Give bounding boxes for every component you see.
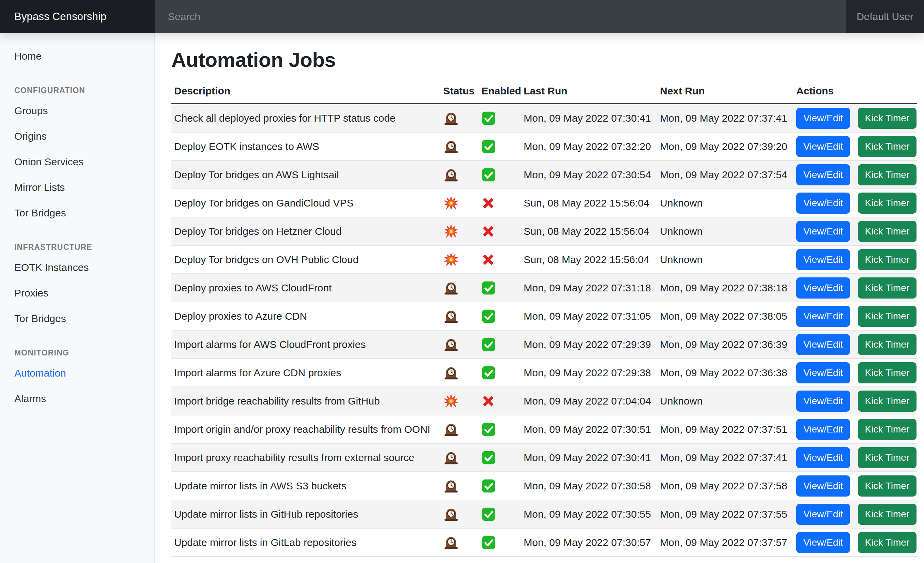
collision-icon xyxy=(443,224,459,239)
mantel-clock-icon xyxy=(443,308,459,324)
kick-timer-button[interactable]: Kick Timer xyxy=(858,164,917,185)
table-row: Deploy proxies to Azure CDN xyxy=(171,302,917,330)
job-description: Import alarms for Azure CDN proxies xyxy=(174,367,341,378)
job-last-run: Sun, 08 May 2022 15:56:04 xyxy=(521,189,657,217)
table-row: Deploy Tor bridges on Hetzner Cloud xyxy=(171,217,917,245)
view-edit-button[interactable]: View/Edit xyxy=(796,362,850,383)
job-description: Deploy Tor bridges on GandiCloud VPS xyxy=(174,197,353,209)
job-last-run: Mon, 09 May 2022 07:30:41 xyxy=(521,104,657,132)
check-mark-icon xyxy=(482,140,496,154)
view-edit-button[interactable]: View/Edit xyxy=(796,447,850,468)
sidebar-item-home[interactable]: Home xyxy=(0,43,154,69)
kick-timer-button[interactable]: Kick Timer xyxy=(858,136,917,157)
column-header-enabled: Enabled xyxy=(479,80,521,104)
kick-timer-button[interactable]: Kick Timer xyxy=(858,192,917,214)
table-row: Check all deployed proxies for HTTP stat… xyxy=(171,104,917,132)
kick-timer-button[interactable]: Kick Timer xyxy=(858,249,917,270)
check-mark-icon xyxy=(482,366,496,380)
mantel-clock-icon xyxy=(443,535,459,550)
job-next-run: Mon, 09 May 2022 07:37:41 xyxy=(657,443,794,471)
check-mark-icon xyxy=(482,507,496,521)
sidebar-item-groups[interactable]: Groups xyxy=(0,98,154,123)
jobs-table: Description Status Enabled Last Run Next… xyxy=(171,80,917,557)
view-edit-button[interactable]: View/Edit xyxy=(796,249,850,270)
kick-timer-button[interactable]: Kick Timer xyxy=(858,419,917,440)
sidebar-item-onion-services[interactable]: Onion Services xyxy=(0,149,154,174)
kick-timer-button[interactable]: Kick Timer xyxy=(858,278,917,299)
view-edit-button[interactable]: View/Edit xyxy=(796,136,850,157)
kick-timer-button[interactable]: Kick Timer xyxy=(858,306,917,327)
kick-timer-button[interactable]: Kick Timer xyxy=(858,447,917,468)
cross-mark-icon xyxy=(482,253,495,267)
search-input[interactable] xyxy=(155,0,846,33)
job-next-run: Mon, 09 May 2022 07:39:20 xyxy=(657,132,794,161)
table-row: Deploy Tor bridges on AWS Lightsail xyxy=(171,161,917,189)
sidebar-item-mirror-lists[interactable]: Mirror Lists xyxy=(0,174,154,200)
view-edit-button[interactable]: View/Edit xyxy=(796,504,850,525)
mantel-clock-icon xyxy=(443,422,459,437)
job-last-run: Mon, 09 May 2022 07:32:20 xyxy=(521,132,657,161)
check-mark-icon xyxy=(482,281,496,295)
sidebar-item-automation[interactable]: Automation xyxy=(0,360,154,386)
job-next-run: Mon, 09 May 2022 07:37:58 xyxy=(657,471,794,500)
view-edit-button[interactable]: View/Edit xyxy=(796,532,850,553)
collision-icon xyxy=(443,252,459,267)
view-edit-button[interactable]: View/Edit xyxy=(796,221,850,242)
job-last-run: Mon, 09 May 2022 07:29:39 xyxy=(521,330,657,359)
view-edit-button[interactable]: View/Edit xyxy=(796,334,850,355)
table-row: Update mirror lists in GitHub repositori… xyxy=(171,500,917,528)
sidebar-item-eotk-instances[interactable]: EOTK Instances xyxy=(0,255,154,280)
kick-timer-button[interactable]: Kick Timer xyxy=(858,532,917,553)
table-row: Import origin and/or proxy reachability … xyxy=(171,415,917,443)
sidebar-item-proxies[interactable]: Proxies xyxy=(0,280,154,306)
view-edit-button[interactable]: View/Edit xyxy=(796,164,850,185)
table-row: Import alarms for Azure CDN proxies xyxy=(171,359,917,387)
table-header-row: Description Status Enabled Last Run Next… xyxy=(171,80,917,104)
job-description: Import origin and/or proxy reachability … xyxy=(174,423,430,435)
job-description: Update mirror lists in GitLab repositori… xyxy=(174,537,356,548)
sidebar-item-origins[interactable]: Origins xyxy=(0,123,154,149)
job-description: Deploy proxies to Azure CDN xyxy=(174,311,307,322)
table-row: Deploy Tor bridges on GandiCloud VPS xyxy=(171,189,917,217)
view-edit-button[interactable]: View/Edit xyxy=(796,306,850,327)
column-header-next-run: Next Run xyxy=(657,80,794,104)
check-mark-icon xyxy=(482,168,496,182)
kick-timer-button[interactable]: Kick Timer xyxy=(858,504,917,525)
check-mark-icon xyxy=(482,535,496,550)
kick-timer-button[interactable]: Kick Timer xyxy=(858,334,917,355)
job-description: Import proxy reachability results from e… xyxy=(174,452,414,463)
mantel-clock-icon xyxy=(443,506,459,522)
job-next-run: Mon, 09 May 2022 07:37:41 xyxy=(657,104,794,132)
view-edit-button[interactable]: View/Edit xyxy=(796,390,850,412)
top-navbar: Bypass Censorship Default User xyxy=(0,0,924,33)
kick-timer-button[interactable]: Kick Timer xyxy=(858,108,917,129)
table-row: Update mirror lists in AWS S3 buckets xyxy=(171,471,917,500)
view-edit-button[interactable]: View/Edit xyxy=(796,475,850,497)
brand-link[interactable]: Bypass Censorship xyxy=(0,0,155,33)
mantel-clock-icon xyxy=(443,139,459,155)
user-menu-toggle[interactable]: Default User xyxy=(846,0,924,33)
page-title: Automation Jobs xyxy=(171,48,917,72)
kick-timer-button[interactable]: Kick Timer xyxy=(858,475,917,497)
job-description: Check all deployed proxies for HTTP stat… xyxy=(174,113,396,124)
job-last-run: Mon, 09 May 2022 07:30:54 xyxy=(521,161,657,189)
table-row: Deploy Tor bridges on OVH Public Cloud xyxy=(171,245,917,274)
kick-timer-button[interactable]: Kick Timer xyxy=(858,221,917,242)
job-description: Update mirror lists in GitHub repositori… xyxy=(174,509,358,520)
kick-timer-button[interactable]: Kick Timer xyxy=(858,390,917,412)
sidebar-item-tor-bridges[interactable]: Tor Bridges xyxy=(0,200,154,225)
job-next-run: Mon, 09 May 2022 07:37:54 xyxy=(657,161,794,189)
main-layout: HomeCONFIGURATIONGroupsOriginsOnion Serv… xyxy=(0,33,924,563)
kick-timer-button[interactable]: Kick Timer xyxy=(858,362,917,383)
view-edit-button[interactable]: View/Edit xyxy=(796,108,850,129)
view-edit-button[interactable]: View/Edit xyxy=(796,192,850,214)
sidebar-item-alarms[interactable]: Alarms xyxy=(0,386,154,411)
mantel-clock-icon xyxy=(443,110,459,126)
check-mark-icon xyxy=(482,422,496,437)
view-edit-button[interactable]: View/Edit xyxy=(796,278,850,299)
column-header-last-run: Last Run xyxy=(521,80,657,104)
job-last-run: Mon, 09 May 2022 07:04:04 xyxy=(521,387,657,415)
mantel-clock-icon xyxy=(443,478,459,494)
view-edit-button[interactable]: View/Edit xyxy=(796,419,850,440)
sidebar-item-tor-bridges[interactable]: Tor Bridges xyxy=(0,306,154,331)
